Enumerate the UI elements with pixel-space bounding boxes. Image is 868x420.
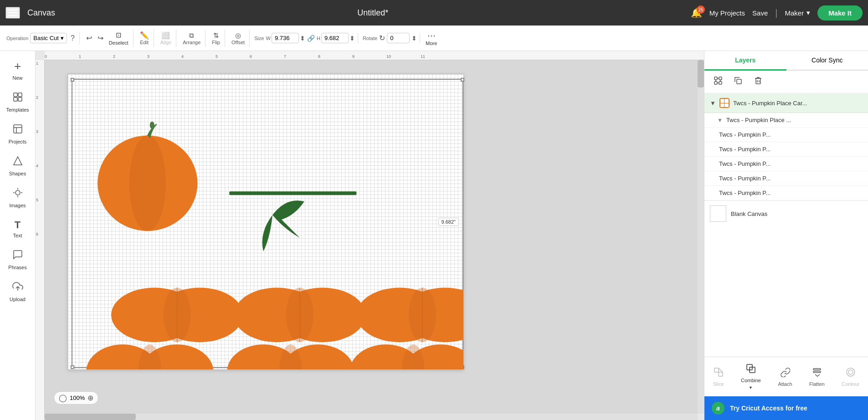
delete-button[interactable]	[750, 74, 766, 89]
rotate-input[interactable]	[387, 33, 410, 43]
layer-item-4[interactable]: Twcs - Pumpkin P...	[704, 171, 868, 186]
offset-button[interactable]: ◎ Offset	[230, 30, 247, 47]
sidebar-item-upload[interactable]: Upload	[2, 277, 34, 307]
height-stepper[interactable]: ⬍	[349, 35, 355, 42]
align-button[interactable]: ⬜ Align	[159, 30, 173, 47]
width-input[interactable]	[272, 33, 299, 43]
flatten-button[interactable]: Flatten	[804, 364, 830, 389]
height-input[interactable]	[321, 33, 349, 43]
notification-button[interactable]: 🔔 26	[691, 7, 702, 18]
sidebar-item-images[interactable]: Images	[2, 183, 34, 213]
operation-help-button[interactable]: ?	[69, 32, 77, 44]
layer-item-2[interactable]: Twcs - Pumpkin P...	[704, 142, 868, 157]
sidebar-item-label-templates: Templates	[6, 107, 29, 113]
tab-color-sync[interactable]: Color Sync	[786, 51, 868, 71]
attach-button[interactable]: Attach	[772, 364, 797, 389]
svg-rect-4	[14, 125, 22, 133]
horizontal-scrollbar-thumb[interactable]	[45, 414, 136, 420]
chevron-down-icon: ▾	[61, 35, 64, 41]
zoom-in-button[interactable]: ⊕	[87, 394, 93, 402]
sidebar-item-shapes[interactable]: Shapes	[2, 151, 34, 181]
make-it-button[interactable]: Make It	[817, 5, 863, 20]
canvas-area[interactable]: 0 1 2 3 4 5 6 7 8 9 10 11 1 2 3 4 5	[36, 51, 704, 420]
rotate-stepper[interactable]: ⬍	[411, 35, 417, 42]
sidebar-item-phrases[interactable]: Phrases	[2, 245, 34, 275]
combine-icon	[746, 364, 756, 376]
sidebar-item-text[interactable]: T Text	[2, 215, 34, 243]
operation-group: Operation Basic Cut ▾ ?	[4, 32, 80, 44]
chevron-down-icon: ▾	[806, 9, 810, 17]
upload-icon	[12, 281, 23, 295]
phrases-icon	[12, 249, 23, 263]
deselect-button[interactable]: ⊡ Deselect	[107, 29, 130, 47]
sidebar-item-label-new: New	[12, 75, 22, 81]
svg-point-59	[847, 368, 855, 376]
images-icon	[12, 187, 23, 201]
contour-button[interactable]: Contour	[836, 364, 865, 389]
operation-select[interactable]: Basic Cut ▾	[30, 33, 67, 43]
layer-item-1[interactable]: Twcs - Pumpkin P...	[704, 128, 868, 142]
svg-rect-40	[714, 77, 717, 80]
notification-badge: 26	[697, 5, 705, 14]
canvas-content[interactable]: 9.682" ◯ 100% ⊕	[45, 60, 698, 414]
more-button[interactable]: ⋯ More	[426, 31, 437, 46]
sidebar-item-projects[interactable]: Projects	[2, 119, 34, 149]
new-icon: +	[14, 59, 21, 73]
sidebar-item-templates[interactable]: Templates	[2, 87, 34, 117]
align-group: ⬜ Align	[156, 30, 176, 47]
machine-selector[interactable]: Maker ▾	[785, 9, 810, 17]
layer-group-header[interactable]: ▼ Twcs - Pumpkin Place Car...	[704, 93, 868, 113]
layer-item-text-2: Twcs - Pumpkin P...	[719, 146, 863, 153]
offset-group: ◎ Offset	[227, 30, 250, 47]
layer-item-5[interactable]: Twcs - Pumpkin P...	[704, 186, 868, 200]
canvas-drawing[interactable]	[68, 74, 463, 369]
undo-button[interactable]: ↩	[84, 32, 94, 44]
toolbar: Operation Basic Cut ▾ ? ↩ ↪ ⊡ Deselect ✏…	[0, 26, 868, 51]
group-button[interactable]	[710, 74, 726, 89]
layer-item-0[interactable]: ▼ Twcs - Pumpkin Place ...	[704, 113, 868, 128]
vertical-scrollbar-thumb[interactable]	[698, 60, 704, 87]
topbar: Canvas Untitled* 🔔 26 My Projects Save |…	[0, 0, 868, 26]
redo-button[interactable]: ↪	[96, 32, 105, 44]
layer-item-3[interactable]: Twcs - Pumpkin P...	[704, 157, 868, 171]
projects-icon	[12, 123, 23, 137]
layer-item-text-5: Twcs - Pumpkin P...	[719, 190, 863, 196]
zoom-out-button[interactable]: ◯	[59, 394, 67, 402]
cricut-access-banner[interactable]: a Try Cricut Access for free	[704, 396, 868, 420]
duplicate-button[interactable]	[730, 74, 746, 89]
separator: |	[775, 8, 777, 18]
canvas-scroll: 9.682" ◯ 100% ⊕	[45, 60, 698, 414]
combine-button[interactable]: Combine ▾	[735, 361, 766, 393]
svg-rect-57	[813, 369, 821, 370]
panel-content: ▼ Twcs - Pumpkin Place Car... ▼ Twcs - P…	[704, 93, 868, 357]
my-projects-button[interactable]: My Projects	[709, 9, 745, 17]
main-area: + New Templates Proje	[0, 51, 868, 420]
svg-rect-3	[18, 97, 22, 101]
svg-rect-1	[18, 93, 22, 97]
layer-item-text-1: Twcs - Pumpkin P...	[719, 131, 863, 138]
right-panel: Layers Color Sync	[704, 51, 868, 420]
blank-canvas-item[interactable]: Blank Canvas	[704, 200, 868, 226]
slice-button[interactable]: Slice	[708, 364, 729, 389]
flatten-icon	[812, 367, 822, 379]
horizontal-scrollbar[interactable]	[45, 414, 698, 420]
save-button[interactable]: Save	[752, 9, 768, 17]
app-name: Canvas	[27, 8, 55, 18]
operation-label: Operation	[6, 36, 28, 41]
vertical-scrollbar[interactable]	[698, 60, 704, 414]
zoom-level: 100%	[70, 394, 85, 401]
flip-button[interactable]: ⇅ Flip	[210, 30, 222, 47]
menu-button[interactable]	[5, 7, 20, 19]
left-sidebar: + New Templates Proje	[0, 51, 36, 420]
edit-button[interactable]: ✏️ Edit	[138, 29, 151, 47]
arrange-button[interactable]: ⧉ Arrange	[181, 30, 202, 47]
canvas-paper[interactable]: 9.682"	[67, 74, 464, 370]
layer-item-text-4: Twcs - Pumpkin P...	[719, 175, 863, 182]
sidebar-item-new[interactable]: + New	[2, 55, 34, 85]
svg-point-39	[402, 344, 425, 369]
dimension-label: 9.682"	[438, 218, 459, 226]
flip-group: ⇅ Flip	[207, 30, 225, 47]
tab-layers[interactable]: Layers	[704, 51, 786, 71]
width-stepper[interactable]: ⬍	[300, 35, 305, 42]
sidebar-item-label-projects: Projects	[9, 139, 27, 144]
